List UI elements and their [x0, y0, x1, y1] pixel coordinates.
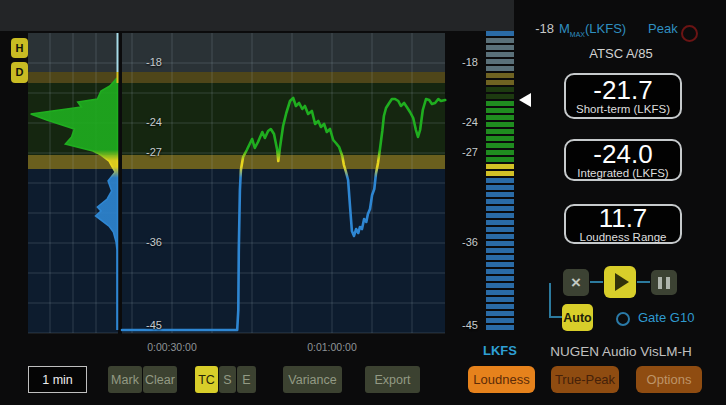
preset-label: ATSC A/85 — [516, 46, 726, 61]
start-button[interactable]: S — [219, 366, 236, 393]
mmax-label: MMAX(LKFS) — [559, 21, 626, 38]
short-term-readout: -21.7 Short-term (LKFS) — [564, 73, 682, 119]
vislm-plugin-window: -18-18-24-24-27-27-36-36-45-450:00:30:00… — [0, 0, 726, 405]
level-meter — [486, 31, 514, 330]
play-button[interactable] — [604, 266, 636, 298]
transport-connector — [549, 316, 562, 318]
histogram-button[interactable]: H — [11, 38, 28, 58]
short-term-value: -21.7 — [593, 77, 652, 103]
pause-icon — [666, 277, 670, 289]
branding-text: NUGEN Audio VisLM-H — [516, 344, 726, 359]
clear-button[interactable]: Clear — [143, 366, 177, 393]
true-peak-tab-button[interactable]: True-Peak — [551, 366, 619, 393]
integrated-readout: -24.0 Integrated (LKFS) — [564, 139, 682, 181]
gate-label: Gate G10 — [638, 310, 694, 325]
mmax-value: -18 — [524, 21, 554, 36]
end-button[interactable]: E — [237, 366, 256, 393]
mark-button[interactable]: Mark — [108, 366, 142, 393]
mmax-m: M — [559, 21, 570, 36]
loudness-tab-button[interactable]: Loudness — [468, 366, 535, 393]
loudness-range-value: 11.7 — [599, 205, 648, 231]
integrated-value: -24.0 — [593, 141, 652, 167]
transport-connector — [637, 281, 650, 283]
meter-unit-label: LKFS — [482, 343, 518, 358]
pause-button[interactable] — [651, 270, 677, 295]
mmax-unit: (LKFS) — [585, 21, 626, 36]
transport-connector — [590, 281, 603, 283]
reset-button[interactable]: × — [563, 269, 589, 296]
options-button[interactable]: Options — [636, 366, 702, 393]
integrated-label: Integrated (LKFS) — [577, 167, 668, 180]
pause-icon — [658, 277, 662, 289]
transport-connector — [549, 283, 551, 318]
peak-indicator-led[interactable] — [681, 25, 698, 42]
export-button[interactable]: Export — [365, 366, 420, 393]
short-term-label: Short-term (LKFS) — [576, 103, 670, 116]
timecode-button[interactable]: TC — [195, 366, 218, 393]
distribution-button[interactable]: D — [11, 62, 28, 83]
peak-label: Peak — [648, 21, 678, 36]
auto-button[interactable]: Auto — [562, 304, 593, 331]
play-icon — [615, 273, 629, 291]
history-window-selector[interactable]: 1 min — [28, 366, 87, 393]
gate-radio[interactable] — [616, 312, 630, 326]
loudness-range-readout: 11.7 Loudness Range — [564, 204, 682, 244]
mmax-sub: MAX — [570, 31, 585, 38]
variance-button[interactable]: Variance — [283, 366, 342, 393]
short-term-pointer-icon — [519, 93, 531, 107]
loudness-range-label: Loudness Range — [580, 231, 667, 244]
